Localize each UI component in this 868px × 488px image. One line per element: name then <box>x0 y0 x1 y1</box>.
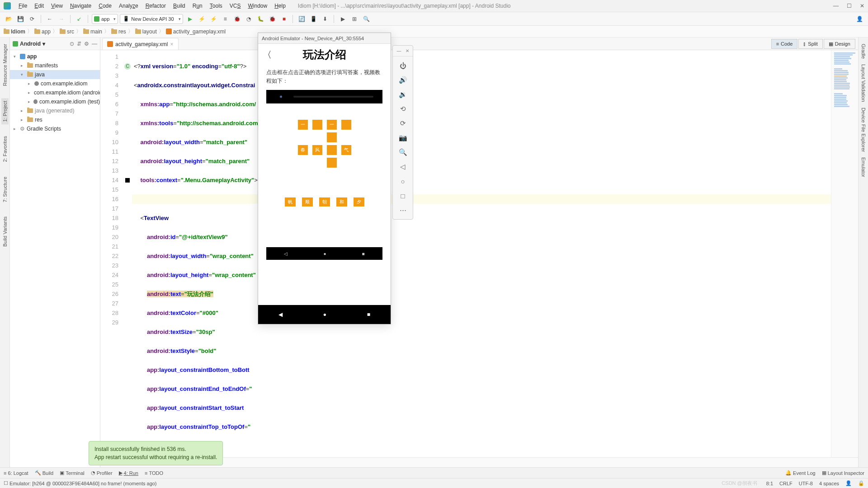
emulator-window[interactable]: Android Emulator - New_Device_API_30:555… <box>258 33 391 324</box>
emu-grid-cell[interactable] <box>312 120 322 130</box>
emu-grid-cell[interactable]: 气 <box>341 145 351 155</box>
emu-minimize-icon[interactable]: — <box>397 48 401 53</box>
run-button[interactable]: ▶ <box>185 14 195 24</box>
sdk-manager-button[interactable]: ⬇ <box>320 14 330 24</box>
menu-help[interactable]: Help <box>271 2 289 10</box>
tree-node-res[interactable]: ▸res <box>10 115 100 124</box>
menu-edit[interactable]: Edit <box>31 2 47 10</box>
tree-node-pkg2[interactable]: ▸com.example.idiom (androidTest) <box>10 88 100 97</box>
status-indent[interactable]: 4 spaces <box>819 481 839 486</box>
emu-back-icon[interactable]: 〈 <box>263 49 272 61</box>
open-button[interactable]: 📂 <box>4 14 14 24</box>
emu-choice-cell[interactable]: 夕 <box>354 197 364 206</box>
tab-layout-validation[interactable]: Layout Validation <box>860 61 867 105</box>
status-inspection-icon[interactable]: 👤 <box>845 480 852 486</box>
status-lock-icon[interactable]: 🔒 <box>858 480 864 486</box>
project-target-icon[interactable]: ⊙ <box>70 41 74 47</box>
emu-volume-up-icon[interactable]: 🔊 <box>393 73 413 87</box>
emulator-screen[interactable]: 〈 玩法介绍 点击框在点击正确的选项进行填写答案，视频教程如下： 一一春风气 帆… <box>258 44 391 324</box>
emu-grid-cell[interactable] <box>341 120 351 130</box>
emu-grid-cell[interactable] <box>327 132 337 142</box>
run-config-select[interactable]: app <box>92 14 118 24</box>
debug-button[interactable]: 🐞 <box>232 14 242 24</box>
view-split-button[interactable]: ⫿ Split <box>798 39 822 49</box>
menu-file[interactable]: File <box>15 2 30 10</box>
menu-analyze[interactable]: Analyze <box>116 2 142 10</box>
crumb-main[interactable]: main <box>83 28 102 35</box>
emu-grid-cell[interactable]: 风 <box>312 145 322 155</box>
view-design-button[interactable]: ▦ Design <box>824 39 855 49</box>
tab-device-file-explorer[interactable]: Device File Explorer <box>860 105 867 155</box>
sys-home-icon[interactable]: ● <box>323 311 326 318</box>
editor-tab-active[interactable]: activity_gameplay.xml × <box>102 38 179 50</box>
crumb-idiom[interactable]: Idiom <box>4 28 25 35</box>
class-icon[interactable]: C <box>124 63 131 70</box>
tree-node-gradle[interactable]: ▸⚙Gradle Scripts <box>10 124 100 133</box>
project-collapse-icon[interactable]: ⇵ <box>77 41 81 47</box>
emu-grid-cell[interactable]: 一 <box>327 120 337 130</box>
nav-forward-button[interactable]: → <box>57 14 66 24</box>
tw-profiler[interactable]: ◔ Profiler <box>91 470 113 476</box>
emu-grid-cell[interactable]: 一 <box>298 120 308 130</box>
emu-power-icon[interactable]: ⏻ <box>393 58 413 73</box>
menu-tools[interactable]: Tools <box>207 2 226 10</box>
emu-close-icon[interactable]: ✕ <box>406 48 409 53</box>
sys-recent-icon[interactable]: ■ <box>367 311 370 318</box>
code-editor[interactable]: <?xml version="1.0" encoding="utf-8"?> <… <box>132 50 831 457</box>
emu-screenshot-icon[interactable]: 📷 <box>393 131 413 145</box>
stop-button[interactable]: ■ <box>279 14 289 24</box>
crumb-res[interactable]: res <box>111 28 126 35</box>
emu-overview-button[interactable]: □ <box>393 188 413 203</box>
status-caret-pos[interactable]: 8:1 <box>766 481 773 486</box>
project-hide-icon[interactable]: — <box>92 41 97 47</box>
tw-run[interactable]: ▶ 4: Run <box>119 470 138 476</box>
sync-gradle-button[interactable]: 🔄 <box>297 14 307 24</box>
menu-code[interactable]: Code <box>95 2 115 10</box>
build-button[interactable]: ↙ <box>74 14 84 24</box>
editor-minimap[interactable] <box>831 50 858 457</box>
tab-project[interactable]: 1: Project <box>1 98 9 124</box>
emu-choice-cell[interactable]: 顺 <box>302 197 313 206</box>
emu-back-button[interactable]: ◁ <box>393 160 413 174</box>
emu-rotate-right-icon[interactable]: ⟳ <box>393 116 413 131</box>
emu-choice-cell[interactable]: 帆 <box>285 197 296 206</box>
tab-resource-manager[interactable]: Resource Manager <box>1 41 9 89</box>
project-structure-button[interactable]: ⊞ <box>349 14 359 24</box>
tw-terminal[interactable]: ▣ Terminal <box>60 470 85 476</box>
attach-debugger-button[interactable]: 🐛 <box>255 14 265 24</box>
status-line-sep[interactable]: CRLF <box>779 481 793 486</box>
tree-node-app[interactable]: ▾app <box>10 52 100 61</box>
crumb-src[interactable]: src <box>60 28 74 35</box>
menu-view[interactable]: View <box>48 2 66 10</box>
emu-grid-cell[interactable] <box>327 145 337 155</box>
device-select[interactable]: New Device API 30 <box>120 14 183 24</box>
sys-back-icon[interactable]: ◀ <box>278 311 283 318</box>
menu-vcs[interactable]: VCS <box>226 2 244 10</box>
tree-node-pkg3[interactable]: ▸com.example.idiom (test) <box>10 97 100 106</box>
maximize-icon[interactable]: ☐ <box>847 3 852 9</box>
emu-grid-cell[interactable]: 春 <box>298 145 308 155</box>
coverage-button[interactable]: ≡ <box>220 14 230 24</box>
emu-video-placeholder[interactable] <box>266 90 382 103</box>
tab-favorites[interactable]: 2: Favorites <box>1 133 9 164</box>
tw-event-log[interactable]: 🔔 Event Log <box>785 470 816 476</box>
menu-refactor[interactable]: Refactor <box>142 2 169 10</box>
tw-layout-inspector[interactable]: ▦ Layout Inspector <box>822 470 864 476</box>
menu-window[interactable]: Window <box>245 2 270 10</box>
avd-manager-button[interactable]: 📱 <box>308 14 318 24</box>
tree-node-pkg1[interactable]: ▸com.example.idiom <box>10 79 100 88</box>
menu-run[interactable]: Run <box>189 2 206 10</box>
project-settings-icon[interactable]: ⚙ <box>84 41 89 47</box>
emu-zoom-icon[interactable]: 🔍 <box>393 145 413 160</box>
project-tree[interactable]: ▾app ▸manifests ▾java ▸com.example.idiom… <box>10 50 100 467</box>
tree-node-java[interactable]: ▾java <box>10 70 100 79</box>
color-swatch-icon[interactable] <box>125 178 130 183</box>
sync-button[interactable]: ⟳ <box>27 14 37 24</box>
emu-more-icon[interactable]: ⋯ <box>393 203 413 217</box>
emu-home-button[interactable]: ○ <box>393 174 413 188</box>
menu-navigate[interactable]: Navigate <box>67 2 94 10</box>
run-anything-button[interactable]: ▶ <box>338 14 348 24</box>
tab-build-variants[interactable]: Build Variants <box>1 214 9 249</box>
emu-choice-cell[interactable]: 和 <box>336 197 347 206</box>
nav-back-button[interactable]: ← <box>45 14 55 24</box>
